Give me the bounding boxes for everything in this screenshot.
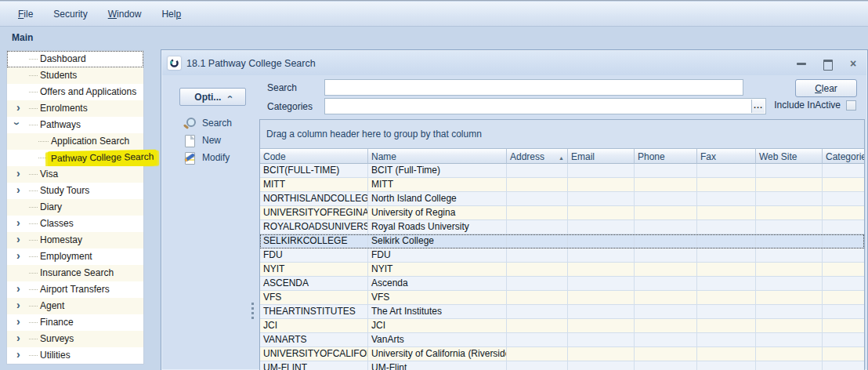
expand-icon[interactable] <box>14 232 25 248</box>
sidebar-item[interactable]: Visa <box>7 166 143 183</box>
table-row[interactable]: VFS VFS <box>260 291 864 305</box>
app-logo-icon <box>168 56 181 70</box>
action-item[interactable]: Modify <box>183 149 258 166</box>
column-header[interactable]: Web Site <box>756 148 823 164</box>
cell-address <box>507 291 568 305</box>
cell-website <box>756 347 823 361</box>
sidebar-item[interactable]: Classes <box>7 216 143 232</box>
table-row[interactable]: VANARTS VanArts <box>260 333 864 347</box>
expand-icon[interactable] <box>14 298 25 314</box>
table-row[interactable]: SELKIRKCOLLEGE Selkirk College <box>260 234 864 248</box>
expand-icon[interactable] <box>14 51 25 67</box>
table-row[interactable]: UNIVERSITYOFREGINA University of Regina <box>260 206 864 220</box>
table-row[interactable]: UM-FLINT UM-Flint <box>260 361 864 370</box>
sidebar-item[interactable]: Insurance Search <box>7 265 143 281</box>
action-item[interactable]: Search <box>183 114 258 132</box>
table-row[interactable]: NORTHISLANDCOLLEGE North Island College <box>260 192 864 206</box>
cell-email <box>568 178 635 192</box>
menu-item[interactable]: Security <box>43 5 97 23</box>
action-item[interactable]: New <box>183 132 258 149</box>
cell-categories <box>823 347 864 361</box>
clear-button[interactable]: Clear <box>795 79 857 97</box>
table-row[interactable]: ROYALROADSUNIVERSITY Royal Roads Univers… <box>260 220 864 234</box>
sidebar-item[interactable]: Enrolments <box>7 100 143 117</box>
cell-categories <box>823 305 864 319</box>
cell-website <box>756 178 823 192</box>
column-header[interactable]: Name <box>368 148 507 164</box>
expand-icon[interactable] <box>14 133 25 150</box>
sidebar-item[interactable]: Finance <box>7 314 143 331</box>
column-header-label: Phone <box>638 151 665 162</box>
cell-phone <box>635 361 697 370</box>
expand-icon[interactable] <box>14 67 25 84</box>
sidebar-item[interactable]: Pathway College Search <box>7 150 143 166</box>
expand-icon[interactable] <box>14 314 25 331</box>
column-header[interactable]: Email <box>568 148 635 164</box>
sidebar-item[interactable]: Dashboard <box>7 51 143 67</box>
column-header[interactable]: Fax <box>697 148 756 164</box>
sidebar-item[interactable]: Surveys <box>7 331 143 347</box>
column-header[interactable]: Address <box>507 148 568 164</box>
cell-website <box>756 263 823 277</box>
expand-icon[interactable] <box>14 150 25 166</box>
restore-icon[interactable] <box>822 58 833 69</box>
sidebar-item[interactable]: Employment <box>7 248 143 265</box>
table-row[interactable]: BCIT(FULL-TIME) BCIT (Full-Time) <box>260 164 864 178</box>
pathway-college-search-window: 18.1 Pathway College Search × Opti... › … <box>161 49 868 370</box>
column-header[interactable]: Code <box>260 148 368 164</box>
menu-item[interactable]: Help <box>151 5 191 23</box>
minimize-icon[interactable] <box>796 58 807 69</box>
cell-address <box>507 192 568 206</box>
sidebar-item[interactable]: Diary <box>7 199 143 216</box>
cell-website <box>756 234 823 248</box>
menu-item[interactable]: Window <box>98 5 152 23</box>
expand-icon[interactable] <box>14 248 25 265</box>
cell-fax <box>697 192 756 206</box>
expand-icon[interactable] <box>14 183 25 199</box>
search-input[interactable] <box>325 80 743 95</box>
sidebar-item[interactable]: Study Tours <box>7 183 143 199</box>
expand-icon[interactable] <box>14 84 25 100</box>
column-header[interactable]: Phone <box>635 148 697 164</box>
expand-icon[interactable] <box>14 117 25 133</box>
table-row[interactable]: FDU FDU <box>260 248 864 263</box>
cell-phone <box>635 263 697 277</box>
menu-item[interactable]: File <box>8 5 43 23</box>
expand-icon[interactable] <box>14 216 25 232</box>
expand-icon[interactable] <box>14 281 25 298</box>
sidebar-item[interactable]: Application Search <box>7 133 143 150</box>
expand-icon[interactable] <box>14 166 25 183</box>
sidebar-item[interactable]: Homestay <box>7 232 143 248</box>
expand-icon[interactable] <box>14 347 25 364</box>
sidebar-item[interactable]: Offers and Applications <box>7 84 143 100</box>
splitter-handle[interactable] <box>251 303 254 319</box>
expand-icon[interactable] <box>14 100 25 117</box>
sidebar-item[interactable]: Students <box>7 67 143 84</box>
expand-icon[interactable] <box>14 265 25 281</box>
include-inactive-checkbox[interactable] <box>846 100 856 111</box>
sidebar-item[interactable]: Agent <box>7 298 143 314</box>
cell-name: Selkirk College <box>368 234 507 248</box>
grid-rows: BCIT(FULL-TIME) BCIT (Full-Time) <box>260 164 864 370</box>
table-row[interactable]: ASCENDA Ascenda <box>260 277 864 291</box>
table-row[interactable]: JCI JCI <box>260 319 864 333</box>
window-titlebar[interactable]: 18.1 Pathway College Search × <box>162 51 866 75</box>
column-header[interactable]: Categories <box>823 148 864 164</box>
cell-fax <box>697 319 756 333</box>
cell-fax <box>697 178 756 192</box>
expand-icon[interactable] <box>14 331 25 347</box>
options-button[interactable]: Opti... › <box>179 88 246 106</box>
table-row[interactable]: UNIVERSITYOFCALIFORN University of Calif… <box>260 347 864 361</box>
cell-email <box>568 347 635 361</box>
close-icon[interactable]: × <box>848 58 859 69</box>
include-inactive-row: Include InActive <box>698 100 856 111</box>
group-by-panel[interactable]: Drag a column header here to group by th… <box>260 120 864 148</box>
sidebar-item[interactable]: Utilities <box>7 347 143 364</box>
table-row[interactable]: THEARTINSTITUTES The Art Institutes <box>260 305 864 319</box>
sidebar-item[interactable]: Pathways <box>7 117 143 133</box>
table-row[interactable]: NYIT NYIT <box>260 263 864 277</box>
cell-phone <box>635 319 697 333</box>
sidebar-item[interactable]: Airport Transfers <box>7 281 143 298</box>
table-row[interactable]: MITT MITT <box>260 178 864 192</box>
expand-icon[interactable] <box>14 199 25 216</box>
